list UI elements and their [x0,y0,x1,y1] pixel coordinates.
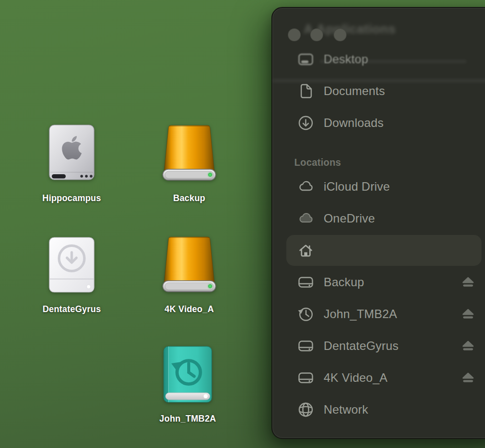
desktop-icon-4k-video-a[interactable]: 4K Video_A [162,235,216,292]
cloud-filled-icon [297,210,314,227]
external-drive-icon [297,337,314,354]
sidebar-item-home[interactable] [272,234,485,266]
desktop-icon-label[interactable]: Backup [173,193,205,204]
external-drive-icon [297,369,314,386]
sidebar-item-label: Network [324,403,368,417]
download-circle-icon [297,114,314,131]
sidebar-item-label: 4K Video_A [324,371,387,385]
zoom-button[interactable] [334,28,347,41]
sidebar-item-dentategyrus[interactable]: DentateGyrus [272,330,485,362]
desktop-icon-hippocampus[interactable]: Hippocampus [49,124,95,180]
eject-icon [461,275,476,290]
desktop-icon-label[interactable]: John_TMB2A [159,414,216,424]
time-machine-icon [297,306,314,323]
eject-icon [461,370,476,385]
eject-icon [461,338,476,353]
desktop-icon-john-tmb2a[interactable]: John_TMB2A [163,346,212,403]
globe-icon [297,401,314,418]
document-icon [297,83,314,100]
sidebar-item-label: John_TMB2A [324,307,397,321]
desktop-icon-backup[interactable]: Backup [162,124,216,181]
eject-button-dentategyrus[interactable] [461,338,476,353]
sidebar-item-desktop[interactable]: Desktop [272,43,485,75]
eject-button-4k-video-a[interactable] [461,370,476,385]
internal-drive-icon [49,124,95,180]
sidebar-item-label: iCloud Drive [324,180,390,194]
eject-icon [461,307,476,322]
sidebar-item-documents[interactable]: Documents [272,75,485,107]
finder-window: A Applications Desktop Documents [271,7,485,439]
locations-section-header: Locations [294,157,341,168]
eject-button-backup[interactable] [461,275,476,290]
sidebar-item-label: Desktop [324,52,368,66]
home-icon [297,242,314,259]
desktop-icon-dentategyrus[interactable]: DentateGyrus [49,237,95,293]
desktop-icon-label[interactable]: DentateGyrus [42,304,101,315]
desktop-icon [297,51,314,68]
sidebar-item-network[interactable]: Network [272,394,485,426]
sidebar-item-label: DentateGyrus [324,339,398,353]
sidebar-item-john-tmb2a[interactable]: John_TMB2A [272,298,485,330]
close-button[interactable] [288,28,301,41]
sidebar-item-label: OneDrive [324,212,375,225]
sidebar-item-backup[interactable]: Backup [272,266,485,298]
orange-external-drive-icon [162,235,216,292]
desktop-icon-label[interactable]: Hippocampus [42,193,101,204]
minimize-button[interactable] [310,28,323,41]
white-external-drive-icon [49,237,95,293]
desktop: Hippocampus Backup DentateGyrus [0,0,485,448]
sidebar-item-downloads[interactable]: Downloads [272,107,485,139]
ghost-title-text: Applications [316,21,396,37]
sidebar-item-label: Documents [324,84,385,98]
sidebar-item-label: Downloads [324,116,384,130]
desktop-icon-label[interactable]: 4K Video_A [165,304,214,315]
sidebar-item-icloud-drive[interactable]: iCloud Drive [272,171,485,203]
cloud-icon [297,178,314,195]
sidebar-item-onedrive[interactable]: OneDrive [272,203,485,234]
orange-external-drive-icon [162,124,216,181]
sidebar-item-4k-video-a[interactable]: 4K Video_A [272,362,485,394]
time-machine-drive-icon [163,346,212,403]
eject-button-john-tmb2a[interactable] [461,307,476,322]
sidebar-item-label: Backup [324,275,364,289]
external-drive-icon [297,274,314,291]
